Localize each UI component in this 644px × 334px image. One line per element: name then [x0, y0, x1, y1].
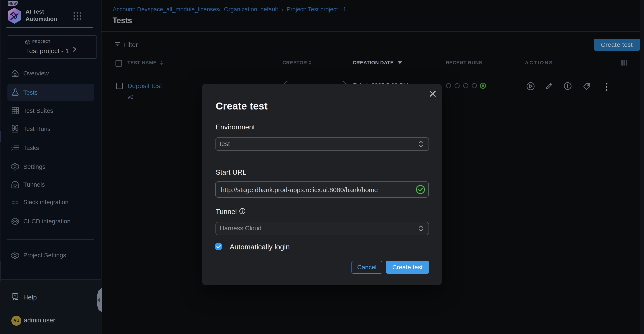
- svg-text:?: ?: [14, 294, 16, 298]
